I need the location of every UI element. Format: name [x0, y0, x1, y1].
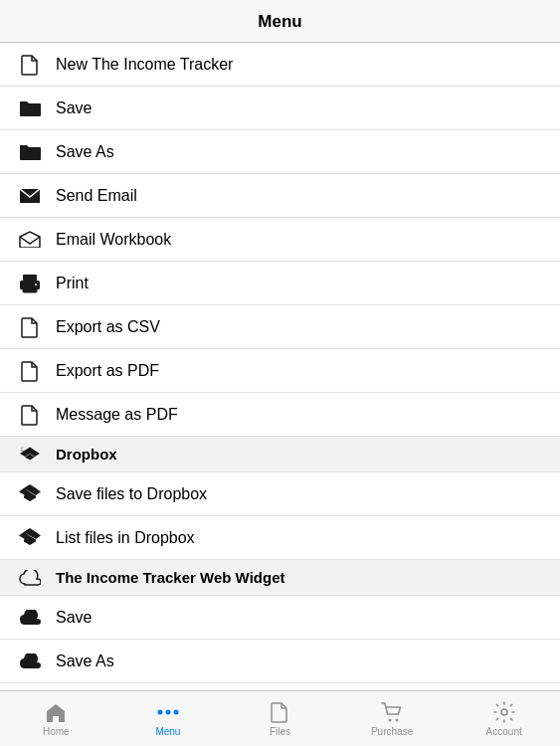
- tab-menu[interactable]: Menu: [112, 691, 225, 746]
- menu-item-save-dropbox[interactable]: Save files to Dropbox: [0, 472, 560, 516]
- menu-item-new-tracker[interactable]: New The Income Tracker: [0, 43, 560, 87]
- envelope-open-icon: [16, 226, 44, 254]
- cloud-outline-icon: [16, 564, 44, 592]
- file-icon: [268, 700, 291, 724]
- menu-item-print[interactable]: Print: [0, 262, 560, 305]
- tab-menu-label: Menu: [155, 726, 180, 737]
- menu-item-cloud-list[interactable]: List files: [0, 683, 560, 690]
- svg-point-14: [501, 709, 507, 715]
- folder-filled-icon: [16, 94, 44, 122]
- menu-item-print-label: Print: [56, 275, 89, 292]
- home-icon: [44, 700, 68, 724]
- dots-icon: [156, 700, 180, 724]
- tab-home-label: Home: [43, 726, 70, 737]
- dropbox-list-icon: [16, 524, 44, 552]
- menu-item-list-dropbox[interactable]: List files in Dropbox: [0, 516, 560, 560]
- menu-item-save-label: Save: [56, 99, 92, 117]
- tab-bar: Home Menu Files: [0, 690, 560, 746]
- tab-purchase[interactable]: Purchase: [336, 691, 449, 746]
- envelope-filled-icon: [16, 182, 44, 210]
- svg-rect-1: [23, 275, 37, 280]
- menu-item-message-pdf-label: Message as PDF: [56, 406, 178, 424]
- tab-home[interactable]: Home: [0, 691, 112, 746]
- menu-item-cloud-save-as[interactable]: Save As: [0, 640, 560, 683]
- svg-point-5: [35, 283, 37, 285]
- document-msg-icon: [16, 401, 44, 429]
- tab-purchase-label: Purchase: [371, 726, 413, 737]
- menu-item-send-email[interactable]: Send Email: [0, 174, 560, 218]
- tab-files-label: Files: [270, 726, 290, 737]
- section-header-dropbox-label: Dropbox: [56, 446, 117, 463]
- document-csv-icon: [16, 313, 44, 341]
- svg-point-11: [173, 710, 178, 715]
- section-header-web-widget: The Income Tracker Web Widget: [0, 560, 560, 596]
- tab-account[interactable]: Account: [448, 691, 560, 746]
- printer-icon: [16, 270, 44, 297]
- menu-item-email-workbook-label: Email Workbook: [56, 231, 171, 249]
- dropbox-save-icon: [16, 480, 44, 508]
- cloud-filled-icon: [16, 604, 44, 632]
- tab-account-label: Account: [486, 726, 522, 737]
- menu-item-save-dropbox-label: Save files to Dropbox: [56, 485, 207, 503]
- menu-item-export-pdf-label: Export as PDF: [56, 362, 159, 380]
- svg-point-9: [157, 710, 162, 715]
- menu-item-new-tracker-label: New The Income Tracker: [56, 56, 233, 74]
- menu-item-export-pdf[interactable]: Export as PDF: [0, 349, 560, 393]
- menu-item-save[interactable]: Save: [0, 87, 560, 130]
- page-title: Menu: [0, 0, 560, 43]
- document-icon: [16, 51, 44, 79]
- menu-item-save-as[interactable]: Save As: [0, 130, 560, 174]
- svg-point-10: [165, 710, 170, 715]
- svg-rect-4: [23, 285, 37, 292]
- menu-item-message-pdf[interactable]: Message as PDF: [0, 393, 560, 437]
- menu-item-email-workbook[interactable]: Email Workbook: [0, 218, 560, 262]
- folder-filled-icon-2: [16, 138, 44, 166]
- gear-icon: [492, 700, 516, 724]
- menu-item-export-csv-label: Export as CSV: [56, 318, 160, 336]
- menu-item-export-csv[interactable]: Export as CSV: [0, 305, 560, 349]
- svg-point-13: [396, 719, 399, 722]
- menu-item-list-dropbox-label: List files in Dropbox: [56, 529, 195, 547]
- cloud-filled-icon-2: [16, 648, 44, 675]
- document-pdf-icon: [16, 357, 44, 385]
- menu-list: New The Income Tracker Save Save As Send: [0, 43, 560, 690]
- dropbox-section-icon: [16, 441, 44, 468]
- svg-point-12: [389, 719, 392, 722]
- menu-item-send-email-label: Send Email: [56, 187, 137, 205]
- tab-files[interactable]: Files: [224, 691, 336, 746]
- cart-icon: [380, 700, 404, 724]
- section-header-dropbox: Dropbox: [0, 437, 560, 472]
- menu-item-save-as-label: Save As: [56, 143, 114, 161]
- section-header-web-widget-label: The Income Tracker Web Widget: [56, 569, 284, 586]
- menu-item-cloud-save-as-label: Save As: [56, 653, 114, 670]
- menu-item-cloud-save[interactable]: Save: [0, 596, 560, 640]
- menu-item-cloud-save-label: Save: [56, 609, 92, 627]
